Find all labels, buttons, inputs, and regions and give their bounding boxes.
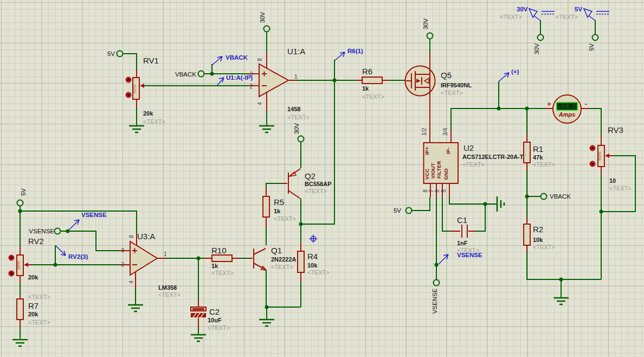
component-u3a[interactable]	[130, 241, 157, 275]
q1-value[interactable]: 2N2222A	[271, 256, 297, 263]
q1-ref[interactable]: Q1	[271, 246, 282, 255]
r10-text[interactable]: <TEXT>	[211, 270, 234, 276]
r4-ref[interactable]: R4	[307, 252, 318, 261]
component-r1[interactable]	[524, 142, 530, 163]
r1-text[interactable]: <TEXT>	[533, 161, 555, 168]
r2-ref[interactable]: R2	[533, 225, 543, 234]
r4-text[interactable]: <TEXT>	[307, 269, 330, 276]
r10-value[interactable]: 1k	[211, 263, 218, 269]
c1-text[interactable]: <TEXT>	[457, 247, 479, 253]
component-c1[interactable]	[462, 225, 467, 238]
net-label-u1a-ip[interactable]: U1:A(-IP)	[226, 74, 253, 81]
u2-value[interactable]: ACS712ELCTR-20A-T	[462, 154, 524, 160]
terminal-5v-rv2-label[interactable]: 5V	[20, 188, 27, 196]
ground-icon	[259, 320, 274, 326]
power-flag-30v[interactable]	[529, 9, 555, 21]
r7-text[interactable]: <TEXT>	[28, 319, 50, 326]
terminal-vback-u1-label[interactable]: VBACK	[175, 71, 196, 78]
terminal-vsense-left-label[interactable]: VSENSE	[29, 228, 54, 234]
u3a-value[interactable]: LM358	[158, 284, 177, 291]
power-flag-30v-text[interactable]: <TEXT>	[500, 14, 522, 20]
q2-ref[interactable]: Q2	[305, 171, 315, 181]
power-flag-30v-label[interactable]: 30V	[517, 6, 528, 12]
terminal-30v-q2-label[interactable]: 30V	[293, 123, 300, 134]
r2-value[interactable]: 10k	[533, 237, 543, 243]
terminal-5v-topright-icon	[593, 35, 598, 41]
c2-value[interactable]: 10uF	[208, 317, 222, 323]
q5-ref[interactable]: Q5	[441, 71, 452, 80]
component-r6[interactable]	[362, 77, 382, 84]
u1a-value[interactable]: 1458	[287, 106, 300, 112]
component-rv2[interactable]: 18%	[9, 255, 31, 276]
r4-value[interactable]: 10k	[307, 262, 318, 269]
r5-text[interactable]: <TEXT>	[274, 215, 296, 222]
q2-text[interactable]: <TEXT>	[305, 188, 327, 194]
c2-text[interactable]: <TEXT>	[208, 324, 230, 331]
rv1-ref[interactable]: RV1	[143, 56, 159, 65]
r7-value[interactable]: 20k	[28, 311, 38, 317]
q5-text[interactable]: <TEXT>	[441, 90, 463, 96]
net-label-vback[interactable]: VBACK	[226, 54, 248, 61]
terminal-5v-u2-label[interactable]: 5V	[394, 207, 401, 214]
power-flag-5v[interactable]	[584, 9, 609, 21]
rv1-text[interactable]: <TEXT>	[143, 118, 165, 125]
component-c2[interactable]	[191, 307, 206, 317]
component-r10[interactable]	[212, 255, 232, 262]
q2-value[interactable]: BC558AP	[305, 181, 332, 187]
component-r4[interactable]	[298, 251, 304, 272]
r5-ref[interactable]: R5	[274, 197, 284, 207]
terminal-30v-q5-label[interactable]: 30V	[422, 18, 429, 29]
rv3-text[interactable]: <TEXT>	[609, 185, 632, 192]
rv3-value[interactable]: 10	[609, 177, 616, 184]
u1a-pin8: 8	[257, 58, 263, 61]
component-u1a[interactable]	[259, 64, 288, 97]
rv2-text[interactable]: <TEXT>	[28, 294, 50, 300]
u2-ref[interactable]: U2	[463, 143, 474, 152]
u3a-ref[interactable]: U3:A	[137, 232, 155, 241]
r6-value[interactable]: 1k	[362, 85, 369, 92]
component-r2[interactable]	[524, 224, 530, 245]
component-r7[interactable]	[17, 299, 23, 320]
rv3-ref[interactable]: RV3	[608, 125, 623, 135]
terminal-vsense-bottom-label[interactable]: VSENSE	[432, 288, 438, 314]
r6-ref[interactable]: R6	[362, 67, 372, 76]
component-r5[interactable]	[263, 196, 269, 217]
power-flag-5v-label[interactable]: 5V	[575, 6, 582, 12]
r6-text[interactable]: <TEXT>	[362, 93, 384, 100]
q1-text[interactable]: <TEXT>	[271, 264, 293, 270]
u1a-ref[interactable]: U1:A	[287, 47, 305, 56]
power-flag-5v-text[interactable]: <TEXT>	[556, 14, 578, 20]
terminal-5v-topright-label[interactable]: 5V	[588, 43, 595, 51]
terminal-30v-u1-label[interactable]: 30V	[259, 11, 266, 23]
terminal-5v-rv1-label[interactable]: 5V	[107, 50, 115, 57]
component-q1[interactable]	[254, 248, 266, 270]
r7-ref[interactable]: R7	[28, 301, 38, 310]
c1-value[interactable]: 1nF	[457, 240, 468, 246]
net-label-rv2-3[interactable]: RV2(3)	[68, 253, 88, 260]
q5-value[interactable]: IRF9540NL	[441, 82, 472, 88]
component-ammeter[interactable]: +88.8 Amps + -	[547, 95, 587, 123]
u3a-text[interactable]: <TEXT>	[158, 291, 181, 298]
component-rv1[interactable]: 55%	[126, 77, 144, 99]
wire-net[interactable]	[18, 20, 636, 339]
component-rv3[interactable]: 60%	[590, 145, 613, 167]
terminal-vback-r1-label[interactable]: VBACK	[550, 193, 571, 200]
net-label-plus[interactable]: (+)	[511, 68, 519, 75]
terminal-30v-topright-label[interactable]: 30V	[533, 43, 540, 54]
r1-ref[interactable]: R1	[533, 144, 543, 154]
c2-ref[interactable]: C2	[209, 307, 220, 316]
r10-ref[interactable]: R10	[211, 246, 227, 255]
c1-ref[interactable]: C1	[457, 215, 467, 225]
r2-text[interactable]: <TEXT>	[533, 244, 555, 250]
net-label-r6-1[interactable]: R6(1)	[347, 48, 363, 54]
component-q5[interactable]	[405, 66, 435, 96]
rv2-value[interactable]: 20k	[28, 274, 38, 280]
net-label-vsense-rv2[interactable]: VSENSE	[81, 212, 107, 218]
rv1-value[interactable]: 20k	[143, 110, 153, 117]
r5-value[interactable]: 1k	[274, 208, 281, 214]
u1a-text[interactable]: <TEXT>	[287, 114, 310, 120]
component-q2[interactable]	[288, 169, 300, 199]
rv2-ref[interactable]: RV2	[28, 237, 44, 246]
u2-text[interactable]: <TEXT>	[462, 161, 485, 168]
r1-value[interactable]: 47k	[533, 154, 543, 161]
